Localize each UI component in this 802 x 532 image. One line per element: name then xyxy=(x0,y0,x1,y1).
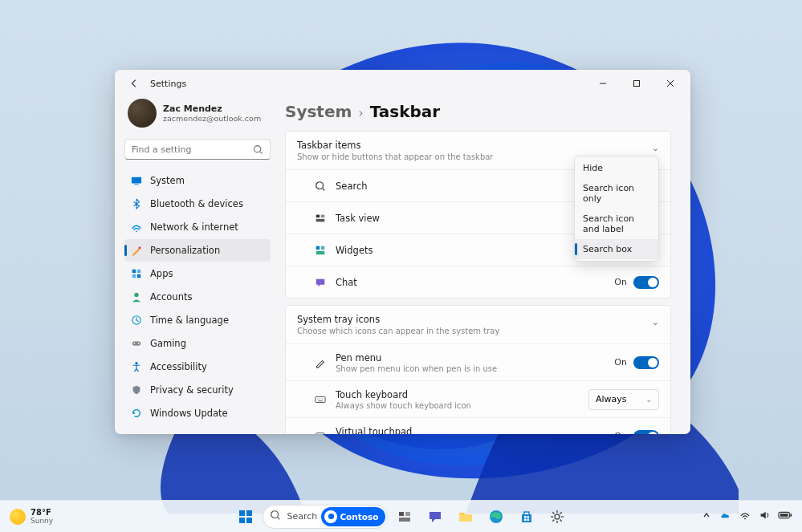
breadcrumb: System › Taskbar xyxy=(285,97,671,131)
flyout-icon-only[interactable]: Search icon only xyxy=(575,178,658,209)
svg-rect-49 xyxy=(527,516,529,518)
svg-rect-43 xyxy=(399,512,404,516)
touchpad-toggle[interactable] xyxy=(633,430,659,435)
svg-rect-51 xyxy=(527,518,529,521)
profile-name: Zac Mendez xyxy=(163,104,261,114)
chevron-down-icon: ⌄ xyxy=(652,317,659,327)
row-virtual-touchpad[interactable]: Virtual touchpadAlways show virtual touc… xyxy=(286,417,670,434)
nav-network[interactable]: Network & internet xyxy=(124,216,271,238)
svg-rect-6 xyxy=(132,177,141,184)
minimize-button[interactable] xyxy=(586,72,620,95)
group-header-taskbar-items[interactable]: Taskbar items Show or hide buttons that … xyxy=(286,132,670,169)
wifi-icon[interactable] xyxy=(739,510,751,523)
group-header-system-tray[interactable]: System tray icons Choose which icons can… xyxy=(286,306,670,343)
chevron-right-icon: › xyxy=(358,105,363,120)
sidebar: Zac Mendez zacmendez@outlook.com System … xyxy=(115,97,275,434)
onedrive-icon[interactable] xyxy=(719,510,731,524)
back-button[interactable] xyxy=(123,72,145,95)
row-chat[interactable]: Chat On xyxy=(286,266,670,298)
nav-personalization[interactable]: Personalization xyxy=(124,239,271,262)
nav-accounts[interactable]: Accounts xyxy=(124,286,271,308)
svg-point-42 xyxy=(328,514,334,519)
svg-point-8 xyxy=(136,230,137,232)
svg-point-20 xyxy=(316,181,324,189)
personalization-icon xyxy=(131,245,142,256)
profile-email: zacmendez@outlook.com xyxy=(163,114,261,123)
system-icon xyxy=(131,175,142,186)
svg-rect-37 xyxy=(246,510,252,516)
task-view-button[interactable] xyxy=(391,503,418,530)
svg-rect-27 xyxy=(316,250,325,254)
tray-chevron-icon[interactable] xyxy=(702,510,711,522)
maximize-button[interactable] xyxy=(620,72,653,95)
settings-window: Settings Zac Mendez zacmendez@outlook.co… xyxy=(115,70,690,434)
row-touch-keyboard[interactable]: Touch keyboardAlways show touch keyboard… xyxy=(286,380,670,417)
taskbar-search-box[interactable]: Search Contoso xyxy=(263,505,388,529)
sun-icon xyxy=(10,509,26,525)
nav-time[interactable]: Time & language xyxy=(124,309,271,331)
contoso-pill[interactable]: Contoso xyxy=(321,507,385,526)
org-icon xyxy=(324,510,337,523)
explorer-button[interactable] xyxy=(452,503,479,530)
svg-rect-11 xyxy=(137,270,140,273)
edge-button[interactable] xyxy=(482,503,510,530)
svg-rect-36 xyxy=(239,510,245,516)
store-button[interactable] xyxy=(513,503,540,530)
svg-rect-7 xyxy=(134,184,138,185)
svg-rect-23 xyxy=(321,214,324,217)
svg-point-17 xyxy=(134,343,136,344)
nav-gaming[interactable]: Gaming xyxy=(124,332,271,355)
close-button[interactable] xyxy=(653,72,687,95)
nav-system[interactable]: System xyxy=(124,169,271,192)
chat-button[interactable] xyxy=(421,503,449,530)
group-taskbar-items: Taskbar items Show or hide buttons that … xyxy=(285,131,671,298)
settings-button[interactable] xyxy=(543,503,571,530)
settings-search-box[interactable] xyxy=(124,139,271,160)
svg-rect-12 xyxy=(132,274,136,278)
svg-line-21 xyxy=(323,188,325,190)
touch-keyboard-dropdown[interactable]: Always ⌄ xyxy=(588,389,659,410)
row-pen-menu[interactable]: Pen menuShow pen menu icon when pen is i… xyxy=(286,343,670,380)
time-icon xyxy=(131,315,142,326)
keyboard-icon xyxy=(315,394,326,405)
privacy-icon xyxy=(131,384,142,396)
battery-icon[interactable] xyxy=(778,510,792,522)
pen-icon xyxy=(315,357,326,368)
svg-rect-50 xyxy=(524,518,527,521)
chat-toggle[interactable] xyxy=(633,276,659,289)
svg-point-18 xyxy=(138,343,140,344)
settings-search-input[interactable] xyxy=(132,144,253,155)
breadcrumb-parent[interactable]: System xyxy=(285,102,352,121)
pen-toggle[interactable] xyxy=(633,356,659,369)
flyout-icon-label[interactable]: Search icon and label xyxy=(575,209,658,239)
flyout-hide[interactable]: Hide xyxy=(575,158,658,178)
profile-card[interactable]: Zac Mendez zacmendez@outlook.com xyxy=(124,97,271,136)
svg-rect-45 xyxy=(399,518,410,522)
nav-privacy[interactable]: Privacy & security xyxy=(124,379,271,401)
svg-rect-26 xyxy=(321,246,324,249)
volume-icon[interactable] xyxy=(759,510,770,523)
svg-rect-1 xyxy=(634,81,640,87)
nav-bluetooth[interactable]: Bluetooth & devices xyxy=(124,193,271,215)
nav-apps[interactable]: Apps xyxy=(124,262,271,285)
start-button[interactable] xyxy=(232,503,259,530)
avatar xyxy=(128,99,157,128)
search-icon xyxy=(315,181,326,192)
svg-point-14 xyxy=(134,293,138,297)
search-icon xyxy=(253,144,263,155)
weather-widget[interactable]: 78°F Sunny xyxy=(10,508,53,525)
accounts-icon xyxy=(131,291,142,303)
system-tray[interactable] xyxy=(702,510,792,524)
svg-rect-25 xyxy=(316,246,320,249)
svg-rect-10 xyxy=(132,270,136,273)
search-icon xyxy=(270,509,284,524)
search-dropdown-flyout: Hide Search icon only Search icon and la… xyxy=(574,156,659,262)
svg-line-5 xyxy=(260,151,262,152)
svg-rect-16 xyxy=(132,341,141,345)
task-view-icon xyxy=(315,213,326,224)
apps-icon xyxy=(131,268,142,279)
nav-accessibility[interactable]: Accessibility xyxy=(124,355,271,378)
nav-update[interactable]: Windows Update xyxy=(124,402,271,424)
flyout-search-box[interactable]: Search box xyxy=(575,239,658,259)
svg-line-41 xyxy=(277,518,279,520)
